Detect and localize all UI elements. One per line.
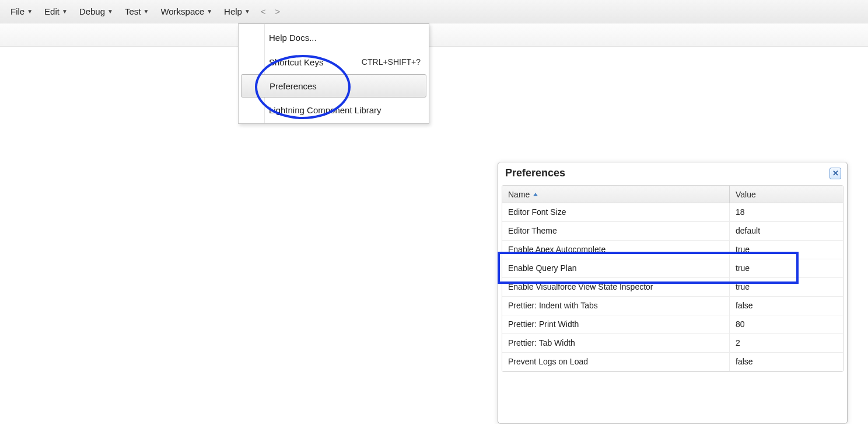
pref-value: false	[730, 297, 843, 315]
pref-value: default	[730, 222, 843, 240]
table-row[interactable]: Editor Theme default	[502, 222, 843, 241]
menu-file-label: File	[10, 6, 24, 16]
menu-test-label: Test	[125, 6, 141, 16]
menu-file[interactable]: File ▼	[5, 3, 38, 20]
toolbar-strip	[0, 23, 868, 47]
help-docs-label: Help Docs...	[269, 33, 421, 43]
table-row[interactable]: Prettier: Tab Width 2	[502, 334, 843, 353]
menu-help-label: Help	[224, 6, 242, 16]
close-button[interactable]: ✕	[830, 168, 841, 179]
pref-value: 2	[730, 334, 843, 352]
shortcut-keys-label: Shortcut Keys	[269, 57, 362, 67]
caret-down-icon: ▼	[27, 8, 33, 15]
caret-down-icon: ▼	[107, 8, 113, 15]
preferences-item[interactable]: Preferences	[241, 74, 426, 98]
preferences-table: Name Value Editor Font Size 18 Editor Th…	[502, 185, 844, 372]
shortcut-keys-item[interactable]: Shortcut Keys CTRL+SHIFT+?	[239, 50, 429, 74]
pref-name: Enable Apex Autocomplete	[502, 241, 730, 259]
pref-name: Editor Theme	[502, 222, 730, 240]
menu-workspace[interactable]: Workspace ▼	[155, 3, 218, 20]
column-header-value-label: Value	[736, 190, 756, 199]
caret-down-icon: ▼	[244, 8, 250, 15]
pref-value: 80	[730, 315, 843, 333]
preferences-body: Editor Font Size 18 Editor Theme default…	[502, 203, 843, 371]
close-icon: ✕	[832, 169, 839, 177]
lightning-library-item[interactable]: Lightning Component Library	[239, 98, 429, 122]
column-header-name[interactable]: Name	[502, 186, 730, 203]
nav-next[interactable]: >	[271, 3, 285, 20]
table-row[interactable]: Editor Font Size 18	[502, 203, 843, 222]
help-dropdown: Help Docs... Shortcut Keys CTRL+SHIFT+? …	[238, 23, 429, 124]
table-row[interactable]: Enable Apex Autocomplete true	[502, 241, 843, 259]
preferences-title: Preferences	[505, 167, 565, 179]
shortcut-keys-accel: CTRL+SHIFT+?	[362, 57, 421, 67]
table-row[interactable]: Enable Visualforce View State Inspector …	[502, 278, 843, 297]
column-header-name-label: Name	[508, 190, 530, 199]
menu-help[interactable]: Help ▼	[218, 3, 256, 20]
menu-debug[interactable]: Debug ▼	[74, 3, 119, 20]
table-row[interactable]: Prevent Logs on Load false	[502, 353, 843, 371]
nav-prev[interactable]: <	[256, 3, 271, 20]
menubar: File ▼ Edit ▼ Debug ▼ Test ▼ Workspace ▼…	[0, 0, 868, 23]
caret-down-icon: ▼	[62, 8, 68, 15]
chevron-right-icon: >	[275, 6, 281, 16]
pref-name: Prevent Logs on Load	[502, 353, 730, 371]
pref-name: Prettier: Tab Width	[502, 334, 730, 352]
help-docs-item[interactable]: Help Docs...	[239, 25, 429, 50]
pref-name: Editor Font Size	[502, 203, 730, 221]
sort-asc-icon	[533, 193, 538, 196]
pref-value: false	[730, 353, 843, 371]
menu-debug-label: Debug	[79, 6, 105, 16]
menu-workspace-label: Workspace	[160, 6, 204, 16]
pref-name: Prettier: Print Width	[502, 315, 730, 333]
pref-value: true	[730, 241, 843, 259]
caret-down-icon: ▼	[206, 8, 212, 15]
pref-name: Enable Visualforce View State Inspector	[502, 278, 730, 296]
table-row[interactable]: Prettier: Indent with Tabs false	[502, 297, 843, 315]
column-header-value[interactable]: Value	[730, 186, 843, 203]
preferences-label: Preferences	[270, 81, 418, 91]
lightning-library-label: Lightning Component Library	[269, 105, 421, 115]
table-row[interactable]: Prettier: Print Width 80	[502, 315, 843, 334]
table-row[interactable]: Enable Query Plan true	[502, 259, 843, 278]
menu-edit-label: Edit	[44, 6, 60, 16]
chevron-left-icon: <	[261, 6, 266, 16]
pref-name: Enable Query Plan	[502, 259, 730, 277]
pref-value: 18	[730, 203, 843, 221]
preferences-titlebar: Preferences ✕	[498, 162, 847, 185]
preferences-panel: Preferences ✕ Name Value Editor Font Siz…	[498, 162, 848, 424]
pref-value: true	[730, 259, 843, 277]
preferences-header-row: Name Value	[502, 186, 843, 203]
menu-edit[interactable]: Edit ▼	[38, 3, 74, 20]
pref-value: true	[730, 278, 843, 296]
caret-down-icon: ▼	[143, 8, 149, 15]
menu-test[interactable]: Test ▼	[119, 3, 155, 20]
pref-name: Prettier: Indent with Tabs	[502, 297, 730, 315]
